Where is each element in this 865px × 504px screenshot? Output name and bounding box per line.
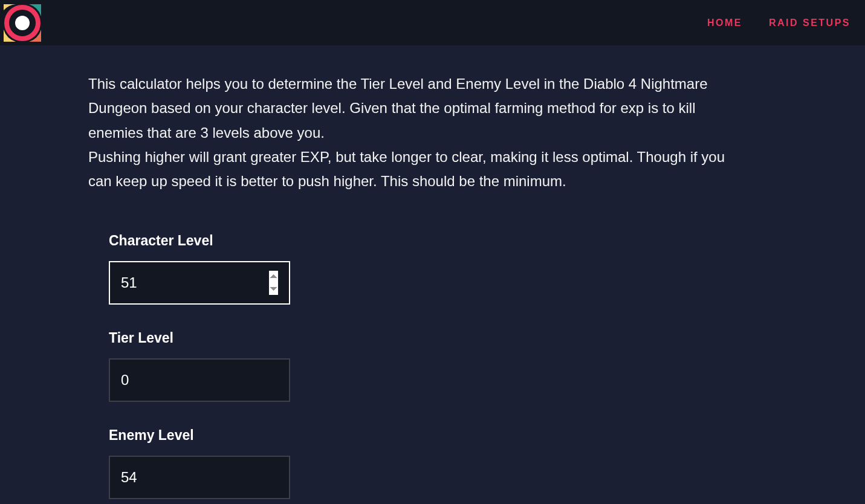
character-level-input[interactable] <box>109 261 290 305</box>
description-paragraph-2: Pushing higher will grant greater EXP, b… <box>88 145 729 194</box>
character-level-label: Character Level <box>109 233 777 249</box>
calculator-description: This calculator helps you to determine t… <box>88 72 729 194</box>
tier-level-group: Tier Level 0 <box>109 330 777 402</box>
enemy-level-label: Enemy Level <box>109 427 777 444</box>
enemy-level-group: Enemy Level 54 <box>109 427 777 499</box>
enemy-level-output: 54 <box>109 456 290 499</box>
nav-raid-setups-link[interactable]: RAID SETUPS <box>769 18 850 28</box>
main-content: This calculator helps you to determine t… <box>0 45 865 499</box>
svg-point-2 <box>15 16 30 30</box>
site-logo-icon[interactable] <box>4 4 41 42</box>
nav-home-link[interactable]: HOME <box>707 18 742 28</box>
character-level-group: Character Level <box>109 233 777 305</box>
main-nav: HOME RAID SETUPS <box>707 18 850 28</box>
site-header: HOME RAID SETUPS <box>0 0 865 45</box>
calculator-form: Character Level Tier Level 0 Enemy Level… <box>88 233 777 499</box>
description-paragraph-1: This calculator helps you to determine t… <box>88 72 729 145</box>
tier-level-label: Tier Level <box>109 330 777 346</box>
tier-level-output: 0 <box>109 358 290 402</box>
